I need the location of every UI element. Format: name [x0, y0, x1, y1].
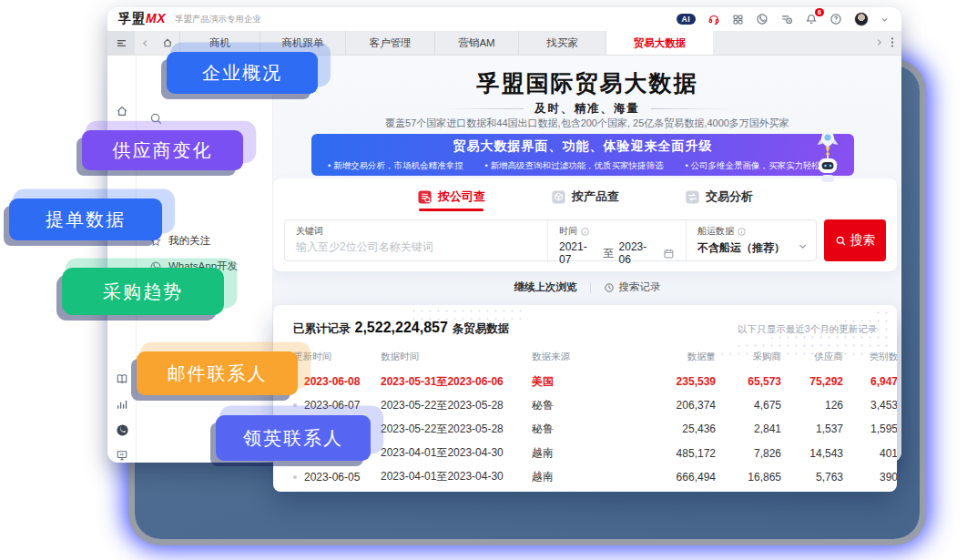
table-row[interactable]: 2023-06-07 2023-05-22至2023-05-28秘鲁 206,3…	[293, 393, 897, 417]
search-tab-by-company[interactable]: 按公司查	[417, 188, 485, 211]
trade-analysis-icon	[685, 189, 700, 205]
records-table-card: 已累计记录 2,522,224,857 条贸易数据 以下只显示最近3个月的更新记…	[273, 305, 897, 492]
company-subtitle: 孚盟产品演示专用企业	[175, 14, 261, 25]
more-vert-icon[interactable]	[891, 36, 894, 50]
book-icon[interactable]	[116, 372, 128, 389]
product-search-icon	[551, 189, 566, 205]
tab-customers[interactable]: 客户管理	[345, 31, 434, 55]
chevron-right-icon[interactable]	[875, 37, 883, 48]
avatar[interactable]	[854, 12, 869, 26]
keyword-label: 关键词	[296, 225, 536, 238]
continue-browsing-link[interactable]: 继续上次浏览	[514, 280, 577, 294]
time-label: 时间	[559, 225, 577, 238]
tab-find-buyers[interactable]: 找买家	[518, 31, 606, 55]
menu-burger-icon[interactable]	[107, 31, 135, 55]
headset-icon[interactable]	[707, 13, 720, 25]
monitor-icon[interactable]	[116, 449, 128, 463]
notification-badge: 6	[815, 8, 824, 16]
task-history-icon[interactable]	[780, 13, 793, 25]
apps-grid-icon[interactable]	[732, 14, 744, 25]
total-records-count: 2,522,224,857	[355, 320, 448, 336]
search-tabs: 按公司查 按产品查 交易分析	[273, 178, 897, 211]
table-header: 更新时间 数据时间 数据来源 数据量 采购商 供应商 类别数	[293, 346, 897, 370]
search-history-link[interactable]: 搜索记录	[604, 280, 661, 294]
rocket-mascot-icon	[809, 126, 847, 195]
calendar-icon	[663, 248, 675, 260]
upgrade-banner[interactable]: 贸易大数据界面、功能、体验迎来全面升级 • 新增交易分析，市场机会精准拿捏 • …	[311, 134, 854, 176]
table-row[interactable]: 2023-06-05 2023-04-01至2023-04-30越南 666,4…	[293, 465, 897, 489]
table-row[interactable]: 2023-06-06 2023-05-22至2023-05-28秘鲁 25,43…	[293, 417, 897, 441]
page-title: 孚盟国际贸易大数据	[273, 68, 901, 98]
banner-bullets: • 新增交易分析，市场机会精准拿捏 • 新增高级查询和过滤功能，优质买家快捷筛选…	[311, 155, 854, 172]
overlay-label-email-contacts: 邮件联系人	[137, 351, 298, 395]
stats-row: 已累计记录 2,522,224,857 条贸易数据 以下只显示最近3个月的更新记…	[293, 320, 877, 337]
overlay-label-company-profile: 企业概况	[167, 52, 318, 94]
shipping-data-select[interactable]: 船运数据 不含船运（推荐）	[686, 220, 816, 260]
divider	[590, 282, 591, 293]
shipping-selected-value: 不含船运（推荐）	[697, 240, 805, 256]
back-icon[interactable]	[135, 31, 156, 55]
screenshot-stage: 孚盟MX 孚盟产品演示专用企业 AI 6 商机 商机跟单 客户管理 营销AM	[0, 0, 967, 560]
keyword-input[interactable]	[296, 240, 536, 253]
search-card: 按公司查 按产品查 交易分析	[273, 178, 897, 271]
page-subtitle: 及时、精准、海量	[273, 101, 901, 117]
quick-links-row: 继续上次浏览 搜索记录	[273, 280, 901, 294]
chevron-down-icon[interactable]	[880, 15, 889, 24]
tab-marketing[interactable]: 营销AM	[434, 31, 518, 55]
overlay-label-linkedin-contacts: 领英联系人	[216, 415, 371, 461]
whatsapp-rail-icon[interactable]	[116, 423, 129, 441]
table-row[interactable]: 2023-06-05 2023-01-01至2023-01-01委内瑞拉 23,…	[293, 489, 897, 492]
trade-data-table: 更新时间 数据时间 数据来源 数据量 采购商 供应商 类别数 2023-06-0…	[293, 346, 897, 492]
chart-icon[interactable]	[116, 398, 128, 414]
search-tab-by-product[interactable]: 按产品查	[551, 188, 619, 211]
tab-trade-bigdata[interactable]: 贸易大数据	[606, 31, 713, 55]
magnifier-icon	[835, 235, 847, 247]
clock-icon	[604, 282, 615, 293]
table-row[interactable]: 2023-06-08 2023-05-31至2023-06-06美国 235,5…	[293, 370, 897, 393]
company-search-icon	[417, 189, 433, 205]
dot-decoration	[410, 307, 528, 320]
info-icon	[580, 227, 590, 237]
time-range-field[interactable]: 时间 2021-07至2023-06	[547, 220, 686, 260]
ai-assistant-badge[interactable]: AI	[677, 14, 697, 25]
whatsapp-icon[interactable]	[756, 13, 769, 25]
search-form-group: 关键词 时间 2021-07至2023-06 船运数据	[284, 219, 817, 261]
info-icon	[737, 227, 747, 237]
keyword-field[interactable]: 关键词	[285, 220, 547, 260]
overlay-label-supplier-changes: 供应商变化	[82, 130, 243, 170]
search-button[interactable]: 搜索	[824, 219, 886, 261]
bell-icon[interactable]: 6	[805, 13, 818, 25]
search-tab-trade-analysis[interactable]: 交易分析	[685, 188, 753, 211]
home-icon[interactable]	[116, 105, 128, 121]
chevron-down-icon	[798, 239, 808, 255]
help-icon[interactable]	[830, 13, 842, 25]
table-row[interactable]: 2023-06-06 2023-04-01至2023-04-30越南 485,1…	[293, 442, 897, 465]
recent-records-note: 以下只显示最近3个月的更新记录	[738, 323, 877, 336]
overlay-label-bill-of-lading: 提单数据	[9, 199, 162, 240]
overlay-label-purchase-trends: 采购趋势	[62, 268, 224, 315]
titlebar: 孚盟MX 孚盟产品演示专用企业 AI 6	[107, 7, 901, 31]
banner-title: 贸易大数据界面、功能、体验迎来全面升级	[311, 134, 854, 155]
shipping-label: 船运数据	[697, 225, 734, 238]
brand-logo: 孚盟MX	[118, 11, 166, 27]
coverage-description: 覆盖57个国家进口数据和44国出口数据,包含200个国家, 25亿条贸易数据,4…	[273, 117, 901, 130]
